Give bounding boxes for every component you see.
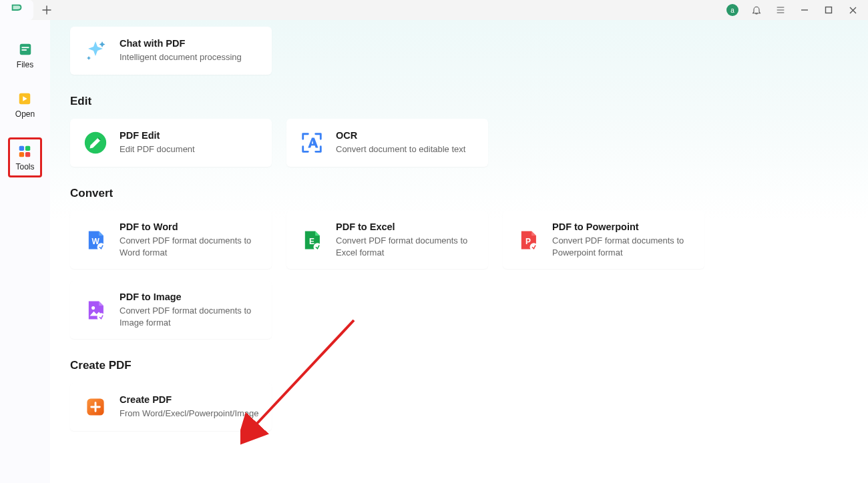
card-sub: Convert PDF format documents to Excel fo… [336, 235, 476, 258]
tools-icon [17, 143, 33, 159]
svg-rect-8 [25, 152, 30, 157]
svg-rect-3 [21, 49, 26, 51]
card-pdf-to-word[interactable]: W PDF to Word Convert PDF format documen… [70, 211, 272, 269]
svg-text:E: E [309, 236, 314, 246]
card-title: Chat with PDF [120, 38, 242, 49]
card-sub: Convert document to editable text [336, 143, 465, 155]
svg-rect-6 [25, 146, 30, 151]
new-tab-button[interactable] [33, 5, 60, 15]
card-title: PDF Edit [120, 130, 195, 141]
sidebar-item-files[interactable]: Files [14, 39, 36, 72]
svg-point-11 [97, 243, 105, 251]
close-button[interactable] [847, 4, 859, 16]
card-title: PDF to Excel [336, 221, 476, 232]
files-icon [17, 41, 33, 57]
svg-point-17 [97, 313, 105, 321]
card-pdf-to-powerpoint[interactable]: P PDF to Powerpoint Convert PDF format d… [503, 211, 704, 269]
create-pdf-icon [82, 394, 109, 420]
card-title: Create PDF [120, 394, 259, 405]
card-pdf-to-image[interactable]: PDF to Image Convert PDF format document… [70, 281, 272, 339]
excel-icon: E [298, 227, 325, 254]
card-sub: Edit PDF document [120, 143, 195, 155]
card-create-pdf[interactable]: Create PDF From Word/Execl/Powerpoint/Im… [70, 383, 272, 431]
bell-icon[interactable] [750, 4, 763, 16]
sidebar-item-open[interactable]: Open [13, 88, 37, 121]
svg-point-13 [314, 243, 322, 251]
pdf-edit-icon [82, 129, 109, 156]
card-title: PDF to Image [120, 292, 260, 302]
section-title-edit: Edit [70, 95, 835, 108]
card-title: PDF to Powerpoint [552, 221, 692, 232]
avatar-letter: a [730, 7, 734, 14]
titlebar: a [0, 0, 868, 20]
section-title-convert: Convert [70, 187, 835, 200]
user-avatar[interactable]: a [726, 4, 738, 16]
svg-point-16 [91, 306, 95, 310]
card-sub: Convert PDF format documents to Powerpoi… [552, 235, 692, 258]
svg-rect-5 [19, 146, 24, 151]
card-pdf-edit[interactable]: PDF Edit Edit PDF document [70, 119, 272, 167]
sidebar: Files Open Tools [0, 20, 50, 483]
open-icon [17, 91, 33, 107]
maximize-button[interactable] [823, 4, 835, 16]
minimize-button[interactable] [799, 4, 811, 16]
titlebar-right: a [726, 4, 868, 16]
section-title-create: Create PDF [70, 359, 835, 372]
card-chat-pdf[interactable]: Chat with PDF Intelligent document proce… [70, 27, 272, 75]
main-content: Chat with PDF Intelligent document proce… [50, 20, 868, 483]
sidebar-label: Files [17, 60, 33, 69]
svg-point-15 [530, 243, 538, 251]
card-title: OCR [336, 130, 465, 141]
card-pdf-to-excel[interactable]: E PDF to Excel Convert PDF format docume… [286, 211, 488, 269]
card-sub: Intelligent document processing [120, 51, 242, 63]
sidebar-item-tools[interactable]: Tools [8, 137, 41, 177]
card-sub: From Word/Execl/Powerpoint/Image [120, 408, 259, 420]
powerpoint-icon: P [515, 227, 541, 254]
card-sub: Convert PDF format documents to Image fo… [120, 305, 260, 328]
app-logo [0, 0, 33, 20]
word-icon: W [82, 227, 109, 254]
card-title: PDF to Word [120, 221, 260, 232]
image-icon [82, 297, 109, 324]
sidebar-label: Open [15, 109, 35, 119]
hamburger-menu-icon[interactable] [775, 4, 787, 16]
titlebar-left [0, 0, 60, 20]
card-ocr[interactable]: OCR Convert document to editable text [286, 119, 488, 167]
svg-rect-0 [826, 7, 832, 13]
svg-text:P: P [525, 236, 531, 246]
sparkle-icon [82, 37, 109, 64]
svg-rect-7 [19, 152, 24, 157]
ocr-icon [298, 129, 325, 156]
sidebar-label: Tools [15, 162, 34, 171]
card-sub: Convert PDF format documents to Word for… [120, 235, 260, 258]
svg-rect-2 [21, 47, 29, 48]
